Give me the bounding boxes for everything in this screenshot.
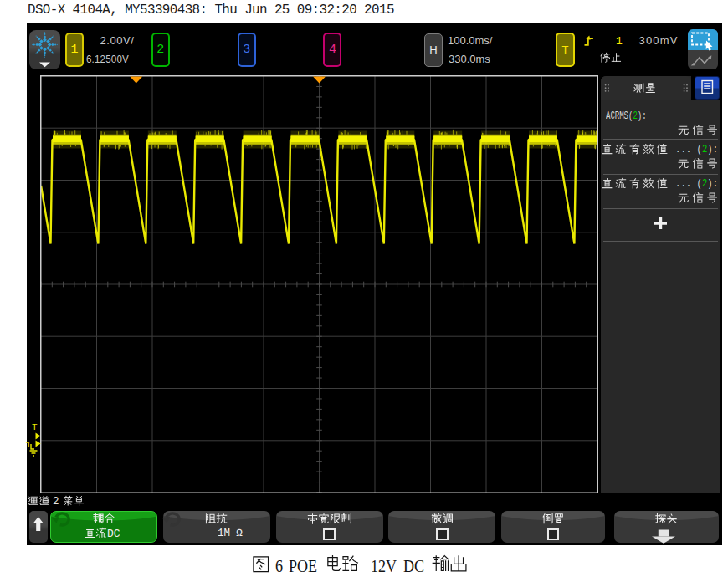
svg-text:T: T xyxy=(32,422,38,432)
